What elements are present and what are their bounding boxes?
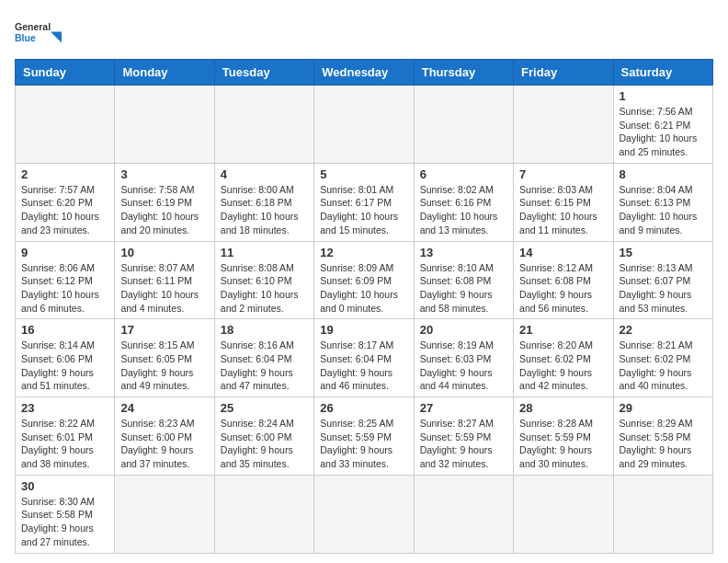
calendar-cell: 7Sunrise: 8:03 AM Sunset: 6:15 PM Daylig… bbox=[514, 163, 613, 241]
calendar-cell bbox=[214, 86, 313, 164]
calendar-cell: 15Sunrise: 8:13 AM Sunset: 6:07 PM Dayli… bbox=[613, 241, 712, 319]
day-info: Sunrise: 8:16 AM Sunset: 6:04 PM Dayligh… bbox=[221, 339, 308, 393]
calendar-cell bbox=[16, 86, 115, 164]
day-info: Sunrise: 8:08 AM Sunset: 6:10 PM Dayligh… bbox=[221, 261, 308, 316]
day-number: 19 bbox=[320, 323, 407, 337]
day-number: 29 bbox=[620, 401, 707, 415]
day-info: Sunrise: 8:04 AM Sunset: 6:13 PM Dayligh… bbox=[620, 183, 707, 237]
day-info: Sunrise: 8:28 AM Sunset: 5:59 PM Dayligh… bbox=[519, 417, 607, 471]
day-number: 9 bbox=[21, 246, 108, 259]
calendar-cell: 18Sunrise: 8:16 AM Sunset: 6:04 PM Dayli… bbox=[214, 319, 313, 397]
calendar-cell bbox=[613, 475, 712, 553]
day-info: Sunrise: 8:14 AM Sunset: 6:06 PM Dayligh… bbox=[21, 339, 108, 393]
calendar-cell bbox=[115, 475, 214, 553]
day-number: 4 bbox=[221, 167, 308, 181]
day-info: Sunrise: 8:10 AM Sunset: 6:08 PM Dayligh… bbox=[420, 261, 507, 316]
day-number: 21 bbox=[519, 323, 607, 337]
weekday-header-friday: Friday bbox=[514, 60, 613, 86]
svg-marker-2 bbox=[51, 32, 62, 43]
day-number: 5 bbox=[320, 167, 407, 181]
day-number: 3 bbox=[120, 167, 208, 181]
calendar-cell: 17Sunrise: 8:15 AM Sunset: 6:05 PM Dayli… bbox=[115, 319, 214, 397]
day-info: Sunrise: 8:21 AM Sunset: 6:02 PM Dayligh… bbox=[620, 339, 707, 393]
day-number: 11 bbox=[221, 246, 308, 259]
day-info: Sunrise: 8:22 AM Sunset: 6:01 PM Dayligh… bbox=[21, 417, 108, 471]
calendar-cell: 30Sunrise: 8:30 AM Sunset: 5:58 PM Dayli… bbox=[16, 475, 115, 553]
calendar-cell: 6Sunrise: 8:02 AM Sunset: 6:16 PM Daylig… bbox=[414, 163, 513, 241]
logo: General Blue bbox=[15, 15, 70, 52]
calendar-week-0: 1Sunrise: 7:56 AM Sunset: 6:21 PM Daylig… bbox=[16, 86, 713, 164]
day-number: 7 bbox=[519, 167, 607, 181]
day-info: Sunrise: 8:29 AM Sunset: 5:58 PM Dayligh… bbox=[620, 417, 707, 471]
day-number: 22 bbox=[620, 323, 707, 337]
day-info: Sunrise: 8:09 AM Sunset: 6:09 PM Dayligh… bbox=[320, 261, 407, 316]
day-number: 26 bbox=[320, 401, 407, 415]
calendar-week-5: 30Sunrise: 8:30 AM Sunset: 5:58 PM Dayli… bbox=[16, 475, 713, 553]
day-number: 10 bbox=[120, 246, 208, 259]
day-number: 14 bbox=[519, 246, 607, 259]
calendar-cell: 13Sunrise: 8:10 AM Sunset: 6:08 PM Dayli… bbox=[414, 241, 513, 319]
calendar-cell: 23Sunrise: 8:22 AM Sunset: 6:01 PM Dayli… bbox=[16, 397, 115, 476]
calendar-cell: 14Sunrise: 8:12 AM Sunset: 6:08 PM Dayli… bbox=[514, 241, 613, 319]
day-number: 2 bbox=[21, 167, 108, 181]
day-number: 20 bbox=[420, 323, 507, 337]
day-info: Sunrise: 8:03 AM Sunset: 6:15 PM Dayligh… bbox=[519, 183, 607, 237]
day-info: Sunrise: 8:00 AM Sunset: 6:18 PM Dayligh… bbox=[221, 183, 308, 237]
calendar-cell bbox=[414, 86, 513, 164]
calendar-cell bbox=[314, 86, 414, 164]
calendar-cell: 28Sunrise: 8:28 AM Sunset: 5:59 PM Dayli… bbox=[514, 397, 613, 476]
day-number: 12 bbox=[320, 246, 407, 259]
calendar-week-1: 2Sunrise: 7:57 AM Sunset: 6:20 PM Daylig… bbox=[16, 163, 713, 241]
calendar-header: SundayMondayTuesdayWednesdayThursdayFrid… bbox=[16, 60, 713, 86]
day-info: Sunrise: 8:13 AM Sunset: 6:07 PM Dayligh… bbox=[620, 261, 707, 316]
day-number: 13 bbox=[420, 246, 507, 259]
calendar-cell: 4Sunrise: 8:00 AM Sunset: 6:18 PM Daylig… bbox=[214, 163, 313, 241]
day-info: Sunrise: 8:19 AM Sunset: 6:03 PM Dayligh… bbox=[420, 339, 507, 393]
day-info: Sunrise: 8:17 AM Sunset: 6:04 PM Dayligh… bbox=[320, 339, 407, 393]
calendar-cell: 3Sunrise: 7:58 AM Sunset: 6:19 PM Daylig… bbox=[115, 163, 214, 241]
calendar-cell bbox=[314, 475, 414, 553]
day-info: Sunrise: 8:27 AM Sunset: 5:59 PM Dayligh… bbox=[420, 417, 507, 471]
calendar-cell: 21Sunrise: 8:20 AM Sunset: 6:02 PM Dayli… bbox=[514, 319, 613, 397]
day-number: 28 bbox=[519, 401, 607, 415]
day-info: Sunrise: 8:23 AM Sunset: 6:00 PM Dayligh… bbox=[120, 417, 208, 471]
weekday-header-tuesday: Tuesday bbox=[214, 60, 313, 86]
calendar-cell: 8Sunrise: 8:04 AM Sunset: 6:13 PM Daylig… bbox=[613, 163, 712, 241]
day-number: 17 bbox=[120, 323, 208, 337]
day-number: 25 bbox=[221, 401, 308, 415]
calendar-cell: 2Sunrise: 7:57 AM Sunset: 6:20 PM Daylig… bbox=[16, 163, 115, 241]
day-info: Sunrise: 7:56 AM Sunset: 6:21 PM Dayligh… bbox=[620, 105, 707, 159]
weekday-header-thursday: Thursday bbox=[414, 60, 513, 86]
calendar-week-2: 9Sunrise: 8:06 AM Sunset: 6:12 PM Daylig… bbox=[16, 241, 713, 319]
day-number: 1 bbox=[620, 89, 707, 103]
calendar-cell: 22Sunrise: 8:21 AM Sunset: 6:02 PM Dayli… bbox=[613, 319, 712, 397]
logo-image: General Blue bbox=[15, 15, 70, 52]
day-info: Sunrise: 8:30 AM Sunset: 5:58 PM Dayligh… bbox=[21, 495, 108, 549]
day-info: Sunrise: 8:01 AM Sunset: 6:17 PM Dayligh… bbox=[320, 183, 407, 237]
calendar-cell bbox=[514, 475, 613, 553]
day-number: 23 bbox=[21, 401, 108, 415]
day-number: 24 bbox=[120, 401, 208, 415]
day-info: Sunrise: 7:58 AM Sunset: 6:19 PM Dayligh… bbox=[120, 183, 208, 237]
calendar-cell: 16Sunrise: 8:14 AM Sunset: 6:06 PM Dayli… bbox=[16, 319, 115, 397]
weekday-header-wednesday: Wednesday bbox=[314, 60, 414, 86]
day-info: Sunrise: 8:15 AM Sunset: 6:05 PM Dayligh… bbox=[120, 339, 208, 393]
svg-text:Blue: Blue bbox=[15, 32, 36, 43]
day-number: 18 bbox=[221, 323, 308, 337]
day-number: 8 bbox=[620, 167, 707, 181]
calendar-cell: 26Sunrise: 8:25 AM Sunset: 5:59 PM Dayli… bbox=[314, 397, 414, 476]
day-number: 27 bbox=[420, 401, 507, 415]
svg-text:General: General bbox=[15, 21, 51, 32]
calendar-cell: 1Sunrise: 7:56 AM Sunset: 6:21 PM Daylig… bbox=[613, 86, 712, 164]
calendar-cell: 20Sunrise: 8:19 AM Sunset: 6:03 PM Dayli… bbox=[414, 319, 513, 397]
calendar-cell: 11Sunrise: 8:08 AM Sunset: 6:10 PM Dayli… bbox=[214, 241, 313, 319]
day-info: Sunrise: 8:24 AM Sunset: 6:00 PM Dayligh… bbox=[221, 417, 308, 471]
calendar-week-3: 16Sunrise: 8:14 AM Sunset: 6:06 PM Dayli… bbox=[16, 319, 713, 397]
calendar-cell: 24Sunrise: 8:23 AM Sunset: 6:00 PM Dayli… bbox=[115, 397, 214, 476]
day-number: 6 bbox=[420, 167, 507, 181]
calendar-cell bbox=[414, 475, 513, 553]
day-info: Sunrise: 8:02 AM Sunset: 6:16 PM Dayligh… bbox=[420, 183, 507, 237]
calendar-cell bbox=[214, 475, 313, 553]
weekday-header-row: SundayMondayTuesdayWednesdayThursdayFrid… bbox=[16, 60, 713, 86]
weekday-header-monday: Monday bbox=[115, 60, 214, 86]
